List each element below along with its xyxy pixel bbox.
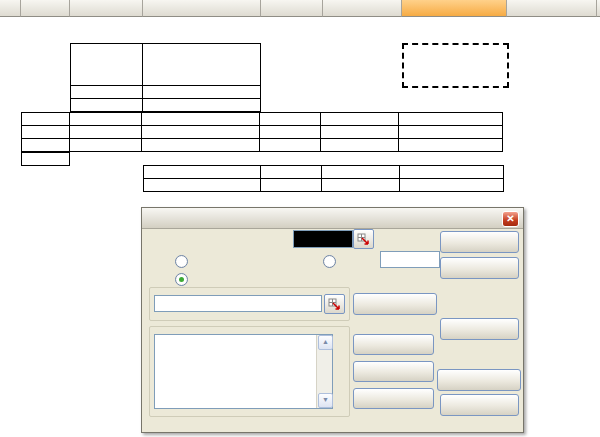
cell-E5[interactable] <box>143 99 261 112</box>
column-header-H[interactable] <box>402 0 507 17</box>
cell-D6[interactable] <box>70 113 142 126</box>
radio-max[interactable] <box>175 255 188 268</box>
add-button[interactable] <box>353 334 434 355</box>
help-button[interactable] <box>440 394 519 416</box>
cell-F6[interactable] <box>260 113 321 126</box>
column-header-F[interactable] <box>261 0 323 17</box>
cell-G7[interactable] <box>321 126 399 139</box>
cell-D4[interactable] <box>71 86 143 99</box>
cell-D8[interactable] <box>70 139 142 152</box>
collapse-dialog-icon[interactable] <box>324 294 345 314</box>
cell-G10[interactable] <box>322 166 400 179</box>
value-of-input[interactable] <box>380 251 440 268</box>
table-risk <box>21 112 503 152</box>
cell-D7[interactable] <box>70 126 142 139</box>
close-button[interactable] <box>440 257 519 279</box>
cell-E10[interactable] <box>144 166 261 179</box>
cell-E3[interactable] <box>143 44 261 86</box>
scroll-up-icon[interactable]: ▲ <box>318 335 333 350</box>
reset-button[interactable] <box>437 369 521 391</box>
cell-G8[interactable] <box>321 139 399 152</box>
cell-H11[interactable] <box>400 179 504 192</box>
table-constraints <box>143 165 504 192</box>
radio-value[interactable] <box>323 255 336 268</box>
listbox-scrollbar[interactable]: ▲ ▼ <box>316 335 332 408</box>
table-c9 <box>21 152 70 166</box>
cell-E7[interactable] <box>142 126 260 139</box>
collapse-dialog-icon[interactable] <box>353 229 374 249</box>
refedit-icon <box>328 298 341 311</box>
excel-window: ✕ <box>0 0 600 437</box>
column-header-G[interactable] <box>323 0 402 17</box>
cell-E6[interactable] <box>142 113 260 126</box>
column-header-D[interactable] <box>70 0 143 17</box>
options-button[interactable] <box>440 318 519 340</box>
cell-D3[interactable] <box>71 44 143 86</box>
selected-cell-H3[interactable] <box>402 43 509 88</box>
by-changing-input[interactable] <box>154 295 322 312</box>
solver-dialog: ✕ <box>141 207 524 433</box>
cell-C9[interactable] <box>22 153 70 166</box>
column-header-C[interactable] <box>21 0 70 17</box>
close-icon[interactable]: ✕ <box>502 211 519 227</box>
radio-min[interactable] <box>175 273 188 286</box>
cell-E11[interactable] <box>144 179 261 192</box>
table-indices <box>70 43 261 112</box>
cell-H10[interactable] <box>400 166 504 179</box>
target-cell-input[interactable] <box>293 230 353 248</box>
cell-D5[interactable] <box>71 99 143 112</box>
cell-G11[interactable] <box>322 179 400 192</box>
guess-button[interactable] <box>353 293 437 315</box>
cell-F7[interactable] <box>260 126 321 139</box>
constraints-listbox[interactable]: ▲ ▼ <box>154 334 333 409</box>
cell-H8[interactable] <box>399 139 503 152</box>
cell-H6[interactable] <box>399 113 503 126</box>
merged-cell-bg <box>402 31 506 43</box>
cell-E4[interactable] <box>143 86 261 99</box>
delete-button[interactable] <box>353 388 434 409</box>
cell-C7[interactable] <box>22 126 70 139</box>
scroll-down-icon[interactable]: ▼ <box>318 393 333 408</box>
merged-cell-bg <box>22 18 322 30</box>
cell-C8[interactable] <box>22 139 70 152</box>
merged-cell-bg <box>70 31 261 43</box>
cell-H7[interactable] <box>399 126 503 139</box>
dialog-title-bar <box>142 208 523 229</box>
refedit-icon <box>357 233 370 246</box>
cell-F11[interactable] <box>261 179 322 192</box>
cell-F8[interactable] <box>260 139 321 152</box>
solve-button[interactable] <box>440 231 519 253</box>
cell-C6[interactable] <box>22 113 70 126</box>
column-header-E[interactable] <box>143 0 261 17</box>
select-all-corner[interactable] <box>0 0 21 17</box>
change-button[interactable] <box>353 361 434 382</box>
cell-F10[interactable] <box>261 166 322 179</box>
column-header-I[interactable] <box>507 0 597 17</box>
cell-E8[interactable] <box>142 139 260 152</box>
cell-G6[interactable] <box>321 113 399 126</box>
